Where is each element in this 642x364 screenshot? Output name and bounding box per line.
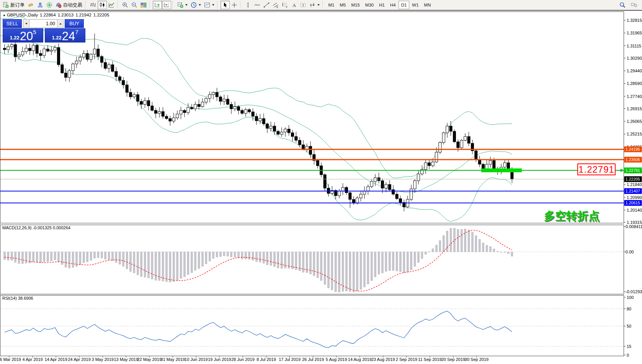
macd-axis-label: 0.00	[626, 250, 634, 254]
timeframe-m1-button[interactable]: M1	[326, 1, 337, 9]
buy-button[interactable]: BUY	[65, 19, 84, 28]
macd-histogram-bar	[209, 252, 211, 261]
timeframe-d1-button[interactable]: D1	[399, 1, 410, 9]
macd-histogram-bar	[310, 252, 312, 274]
timeframe-w1-button[interactable]: W1	[409, 1, 421, 9]
timeframe-h4-button[interactable]: H4	[387, 1, 399, 9]
timeframe-mn-button[interactable]: MN	[421, 1, 434, 9]
candle-body	[359, 194, 362, 198]
volume-input[interactable]	[29, 19, 57, 28]
macd-axis-label: 0.008411	[626, 224, 642, 229]
macd-histogram-bar	[443, 236, 444, 252]
line-anchor-handle[interactable]	[620, 169, 622, 171]
caret-down-icon	[25, 23, 28, 24]
chart-shift-button[interactable]	[162, 1, 171, 9]
zoom-out-button[interactable]	[130, 1, 139, 9]
macd-histogram-bar	[263, 252, 265, 263]
rsi-axis-label: 100	[627, 295, 634, 300]
timeframe-m30-button[interactable]: M30	[363, 1, 376, 9]
draw-label-button[interactable]: T	[299, 1, 308, 9]
candle-body	[363, 191, 366, 194]
timeframe-m15-button[interactable]: M15	[348, 1, 362, 9]
macd-histogram-bar	[126, 252, 128, 269]
draw-trendline-button[interactable]	[262, 1, 271, 9]
candle-body	[46, 49, 49, 51]
macd-histogram-bar	[407, 252, 408, 272]
draw-vline-button[interactable]	[243, 1, 253, 9]
price-annotation-box[interactable]: 1.22791	[577, 163, 616, 175]
macd-histogram-bar	[115, 252, 117, 263]
macd-histogram-bar	[65, 252, 67, 267]
candle-body	[298, 140, 301, 145]
candle-body	[442, 133, 445, 142]
bid-price[interactable]: 1.22205	[3, 28, 43, 42]
macd-histogram-bar	[87, 252, 88, 262]
auto-trading-button[interactable]: 自动交易	[54, 1, 84, 9]
search-button[interactable]	[618, 1, 627, 9]
candle-body	[21, 52, 24, 55]
bar-chart-button[interactable]	[88, 1, 98, 9]
crosshair-button[interactable]	[230, 1, 239, 9]
rsi-axis-label: 80	[627, 307, 631, 311]
timeframe-m5-button[interactable]: M5	[337, 1, 348, 9]
candle-body	[503, 163, 506, 167]
date-label: 19 Jun 2019	[208, 357, 231, 362]
macd-histogram-bar	[72, 252, 74, 268]
draw-shapes-button[interactable]	[308, 1, 321, 9]
candle-body	[158, 111, 161, 113]
macd-histogram-bar	[364, 252, 366, 287]
new-chart-button[interactable]	[176, 1, 189, 9]
macd-histogram-bar	[403, 252, 405, 273]
candle-body	[356, 198, 359, 203]
macd-histogram-bar	[252, 252, 254, 260]
candle-chart-button[interactable]	[98, 1, 107, 9]
new-order-button[interactable]: 新订单	[1, 1, 26, 9]
new-order-label: 新订单	[10, 2, 25, 8]
profiles-button[interactable]	[36, 1, 45, 9]
eraser-button[interactable]	[26, 1, 36, 9]
draw-text-button[interactable]: A	[289, 1, 299, 9]
period-selector-button[interactable]	[189, 1, 203, 9]
symbol-header: ▲GBPUSD-,Daily1.228641.230131.219421.222…	[3, 13, 109, 17]
sell-button[interactable]: SELL	[3, 19, 22, 28]
alerts-button[interactable]	[45, 1, 54, 9]
tile-windows-button[interactable]	[139, 1, 148, 9]
cursor-button[interactable]	[221, 1, 230, 9]
candle-body	[241, 110, 243, 113]
candle-body	[385, 184, 387, 188]
candle-body	[93, 49, 96, 54]
collapse-arrow-icon[interactable]: ▲	[3, 13, 6, 17]
chat-button[interactable]	[629, 1, 639, 9]
date-label: 23 Aug 2019	[371, 357, 395, 362]
draw-fibonacci-button[interactable]: F	[280, 1, 289, 9]
zoom-in-button[interactable]	[121, 1, 130, 9]
macd-histogram-bar	[123, 252, 124, 266]
line-chart-button[interactable]	[107, 1, 116, 9]
date-label: 31 May 2019	[161, 357, 185, 362]
candle-body	[259, 119, 261, 121]
draw-hline-button[interactable]	[253, 1, 262, 9]
date-label: 2 Sep 2019	[396, 357, 417, 362]
price-tick-label: 1.31115	[627, 44, 641, 48]
volume-increase-button[interactable]	[57, 19, 64, 28]
draw-channel-button[interactable]: E	[271, 1, 280, 9]
candle-body	[234, 107, 236, 109]
rsi-axis-label: 0	[627, 353, 629, 357]
macd-histogram-bar	[472, 232, 474, 252]
candle-body	[3, 48, 6, 50]
volume-decrease-button[interactable]	[23, 19, 29, 28]
macd-histogram-bar	[396, 252, 398, 271]
fibo-icon: F	[282, 2, 288, 8]
auto-scroll-button[interactable]	[153, 1, 162, 9]
macd-histogram-bar	[69, 252, 70, 268]
macd-histogram-bar	[148, 252, 150, 278]
chinese-note-text[interactable]: 多空转折点	[544, 209, 600, 224]
timeframe-h1-button[interactable]: H1	[376, 1, 387, 9]
candle-body	[176, 114, 179, 118]
candle-body	[435, 152, 438, 162]
ask-price[interactable]: 1.22247	[45, 28, 85, 42]
templates-button[interactable]	[203, 1, 216, 9]
support-highlight-bar[interactable]	[481, 168, 522, 172]
candle-body	[341, 188, 344, 191]
date-label: 13 May 2019	[114, 357, 138, 362]
